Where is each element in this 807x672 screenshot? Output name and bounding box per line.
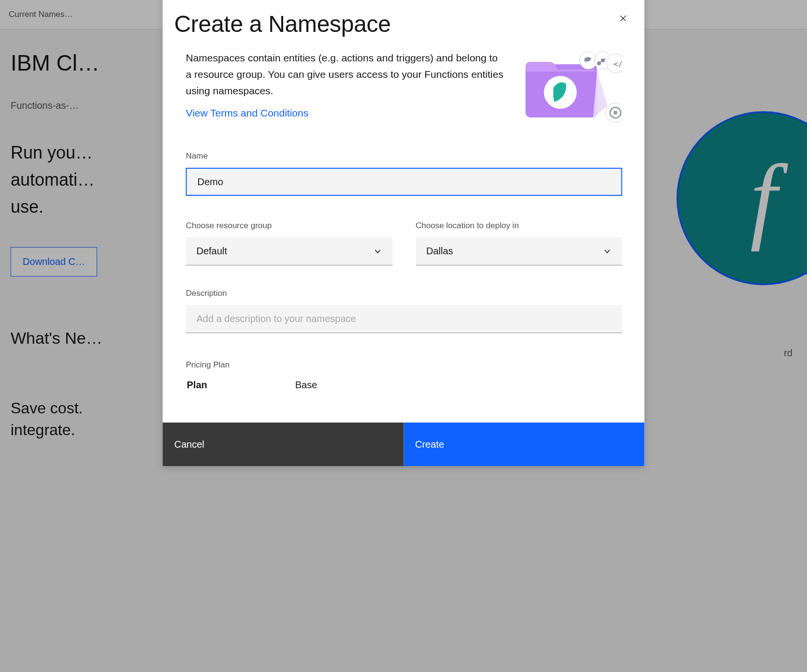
modal-intro: Namespaces contain entities (e.g. action… [186,52,504,96]
description-input[interactable] [186,305,622,333]
resource-group-select[interactable]: Default [186,237,393,265]
location-label: Choose location to deploy in [416,221,622,231]
chevron-down-icon [603,247,612,256]
pricing-col-plan: Plan [187,380,294,394]
resource-group-value: Default [197,246,227,257]
create-button[interactable]: Create [404,423,645,466]
location-value: Dallas [426,246,453,257]
create-namespace-modal: Create a Namespace Namespaces contain en… [163,0,645,466]
resource-group-label: Choose resource group [186,221,393,231]
cancel-button[interactable]: Cancel [163,423,404,466]
pricing-plan-label: Pricing Plan [186,360,622,370]
pricing-col-base: Base [295,380,404,394]
svg-point-13 [614,111,618,115]
close-icon[interactable] [616,11,631,26]
modal-title: Create a Namespace [174,11,622,37]
name-label: Name [186,151,622,161]
chevron-down-icon [373,247,382,256]
description-label: Description [186,289,622,298]
name-input[interactable] [186,168,622,196]
pricing-table: Plan Base [186,379,405,394]
svg-point-9 [597,61,601,65]
terms-link[interactable]: View Terms and Conditions [186,105,505,121]
svg-text:</>: </> [614,59,622,69]
modal-footer: Cancel Create [163,423,645,466]
location-select[interactable]: Dallas [416,237,622,265]
namespace-illustration: </> [521,50,622,127]
